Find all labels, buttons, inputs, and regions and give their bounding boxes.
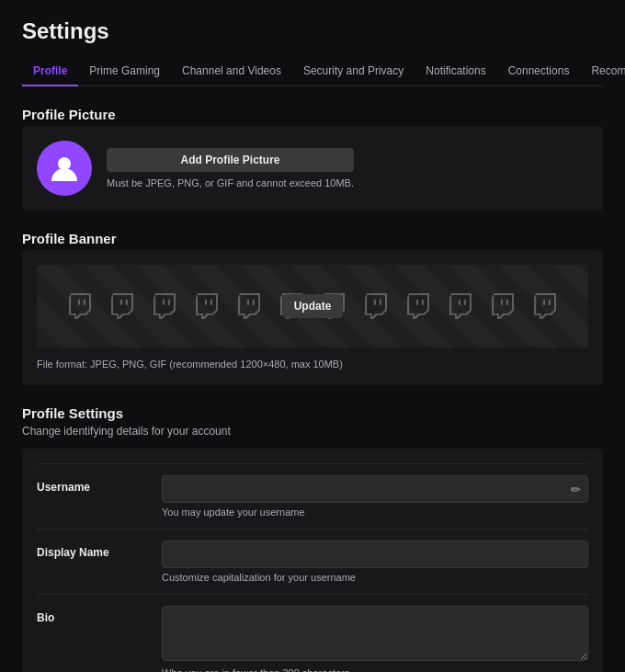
- twitch-logo-icon: [67, 293, 93, 319]
- display-name-row: Display Name Customize capitalization fo…: [37, 529, 588, 594]
- profile-picture-card: Add Profile Picture Must be JPEG, PNG, o…: [22, 126, 603, 211]
- display-name-hint: Customize capitalization for your userna…: [162, 572, 588, 583]
- nav-tabs: Profile Prime Gaming Channel and Videos …: [22, 57, 603, 86]
- twitch-logo-icon: [532, 293, 558, 319]
- banner-preview: Update: [37, 265, 588, 347]
- username-row: Username ✏ You may update your username: [37, 463, 588, 529]
- profile-picture-hint: Must be JPEG, PNG, or GIF and cannot exc…: [107, 177, 354, 188]
- username-input-wrapper: ✏: [162, 475, 588, 503]
- twitch-logo-icon: [236, 293, 262, 319]
- tab-recommendations[interactable]: Recommendations: [580, 57, 625, 86]
- update-banner-button[interactable]: Update: [283, 294, 343, 318]
- bio-hint: Who you are in fewer than 300 characters: [162, 667, 588, 672]
- bio-textarea[interactable]: [162, 606, 588, 661]
- page-title: Settings: [22, 18, 603, 44]
- tab-channel-videos[interactable]: Channel and Videos: [171, 57, 292, 86]
- profile-banner-card: Update File format: JPEG, PNG, GIF (reco…: [22, 250, 603, 385]
- bio-label: Bio: [37, 606, 147, 624]
- username-label: Username: [37, 475, 147, 494]
- profile-settings-card: Username ✏ You may update your username …: [22, 449, 603, 672]
- tab-notifications[interactable]: Notifications: [415, 57, 496, 86]
- display-name-field: Customize capitalization for your userna…: [162, 541, 588, 583]
- bio-field: Who you are in fewer than 300 characters: [162, 606, 588, 672]
- twitch-logo-icon: [363, 293, 389, 319]
- bio-row: Bio Who you are in fewer than 300 charac…: [37, 594, 588, 672]
- twitch-logo-icon: [152, 293, 177, 319]
- profile-banner-section-title: Profile Banner: [22, 231, 603, 246]
- username-input[interactable]: [162, 475, 588, 503]
- tab-prime-gaming[interactable]: Prime Gaming: [78, 57, 171, 86]
- profile-picture-section-title: Profile Picture: [22, 107, 603, 122]
- avatar: [37, 141, 92, 196]
- svg-point-0: [58, 157, 71, 170]
- tab-security-privacy[interactable]: Security and Privacy: [292, 57, 415, 86]
- twitch-logo-icon: [405, 293, 431, 319]
- tab-profile[interactable]: Profile: [22, 57, 78, 86]
- add-profile-picture-button[interactable]: Add Profile Picture: [107, 148, 354, 172]
- twitch-logo-icon: [194, 293, 220, 319]
- twitch-logo-icon: [490, 293, 516, 319]
- twitch-logo-icon: [448, 293, 473, 319]
- profile-settings-section-title: Profile Settings: [22, 405, 603, 421]
- profile-settings-subtitle: Change identifying details for your acco…: [22, 425, 603, 438]
- twitch-logo-icon: [109, 293, 135, 319]
- username-field: ✏ You may update your username: [162, 475, 588, 518]
- user-icon: [48, 152, 81, 185]
- display-name-label: Display Name: [37, 541, 147, 559]
- username-hint: You may update your username: [162, 507, 588, 518]
- tab-connections[interactable]: Connections: [497, 57, 581, 86]
- profile-picture-row: Add Profile Picture Must be JPEG, PNG, o…: [37, 141, 588, 196]
- display-name-input[interactable]: [162, 541, 588, 568]
- banner-hint: File format: JPEG, PNG, GIF (recommended…: [37, 359, 343, 370]
- profile-pic-actions: Add Profile Picture Must be JPEG, PNG, o…: [107, 148, 354, 188]
